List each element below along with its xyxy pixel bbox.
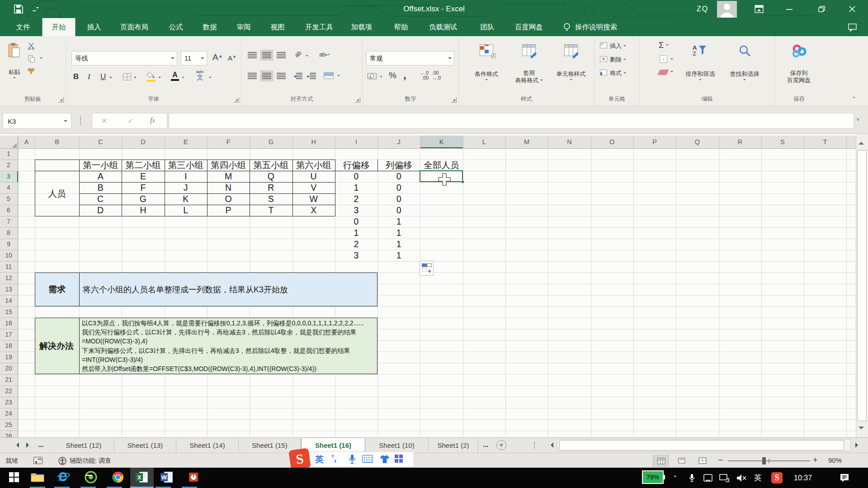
insert-cells-button[interactable]: 插入 xyxy=(610,42,626,50)
cell-I8[interactable]: 1 xyxy=(335,227,377,239)
cell-C6[interactable]: D xyxy=(79,205,122,216)
col-header-A[interactable]: A xyxy=(18,136,35,148)
font-color-button[interactable]: A xyxy=(171,71,179,81)
tray-volume-muted-icon[interactable] xyxy=(733,468,750,488)
ribbon-tab-13[interactable]: 百度网盘 xyxy=(515,18,543,36)
cancel-formula-icon[interactable]: ✕ xyxy=(101,117,107,125)
sort-filter-button[interactable]: A Z 排序和筛选 xyxy=(679,40,721,84)
cell-H2[interactable]: 第六小组 xyxy=(292,160,335,171)
copy-button[interactable] xyxy=(26,54,37,63)
col-header-J[interactable]: J xyxy=(377,136,420,148)
fill-dropdown[interactable] xyxy=(670,58,673,61)
powerpoint-taskbar-icon[interactable] xyxy=(183,468,203,487)
row-header-22[interactable]: 22 xyxy=(0,385,17,397)
save-to-baidu-button[interactable]: 保存到百度网盘 xyxy=(780,40,818,84)
col-header-M[interactable]: M xyxy=(505,136,548,148)
ribbon-tab-2[interactable]: 插入 xyxy=(87,18,101,36)
align-top-button[interactable] xyxy=(246,50,259,61)
row-header-17[interactable]: 17 xyxy=(0,329,17,340)
col-header-I[interactable]: I xyxy=(335,136,377,148)
decrease-decimal-button[interactable]: .00→.0 xyxy=(432,70,445,80)
start-button[interactable] xyxy=(4,468,24,487)
col-header-L[interactable]: L xyxy=(463,136,505,148)
cell-F2[interactable]: 第四小组 xyxy=(207,160,250,171)
cell-E6[interactable]: L xyxy=(165,205,207,216)
cell-J6[interactable]: 0 xyxy=(377,205,420,216)
user-initials[interactable]: ZQ xyxy=(697,0,708,18)
row-header-9[interactable]: 9 xyxy=(0,239,17,250)
align-right-button[interactable] xyxy=(275,70,288,81)
col-header-E[interactable]: E xyxy=(165,136,207,148)
row-header-5[interactable]: 5 xyxy=(0,193,17,205)
ribbon-tab-3[interactable]: 页面布局 xyxy=(120,18,148,36)
underline-button[interactable]: U xyxy=(100,72,106,81)
row-header-23[interactable]: 23 xyxy=(0,397,17,408)
tell-me-search[interactable]: 操作说明搜索 xyxy=(575,18,617,36)
cell-H4[interactable]: V xyxy=(292,182,335,193)
scroll-up-arrow[interactable] xyxy=(859,139,864,145)
macro-record-icon[interactable] xyxy=(33,457,42,464)
tray-display-icon[interactable] xyxy=(716,468,732,488)
row-header-15[interactable]: 15 xyxy=(0,306,17,318)
font-dialog-launcher[interactable] xyxy=(234,97,239,103)
italic-button[interactable]: I xyxy=(88,72,90,81)
cell-I10[interactable]: 3 xyxy=(335,250,377,261)
cell-I6[interactable]: 3 xyxy=(335,205,377,216)
cell-F5[interactable]: O xyxy=(207,193,250,205)
row-header-2[interactable]: 2 xyxy=(0,160,17,171)
col-header-S[interactable]: S xyxy=(761,136,804,148)
ribbon-display-options-button[interactable] xyxy=(746,0,772,18)
decrease-font-button[interactable]: A▼ xyxy=(228,54,236,62)
cell-J8[interactable]: 1 xyxy=(377,227,420,239)
font-size-combo[interactable]: 11 xyxy=(181,51,207,66)
format-painter-button[interactable] xyxy=(26,67,37,76)
row-header-14[interactable]: 14 xyxy=(0,295,17,306)
row-header-21[interactable]: 21 xyxy=(0,374,17,385)
view-normal-button[interactable] xyxy=(653,455,669,467)
view-page-layout-button[interactable] xyxy=(674,455,690,467)
cell-G4[interactable]: R xyxy=(250,182,292,193)
cell-J7[interactable]: 1 xyxy=(377,216,420,227)
cell-J2[interactable]: 列偏移 xyxy=(377,160,420,171)
battery-indicator[interactable]: 79% xyxy=(642,470,664,484)
align-middle-button[interactable] xyxy=(260,50,273,61)
bold-button[interactable]: B xyxy=(73,72,79,81)
hscroll-left-arrow[interactable] xyxy=(548,442,553,448)
alignment-dialog-launcher[interactable] xyxy=(355,97,360,103)
ime-toolbox-button[interactable] xyxy=(395,455,403,463)
col-header-F[interactable]: F xyxy=(207,136,250,148)
row-header-3[interactable]: 3 xyxy=(0,171,17,182)
cell-D3[interactable]: E xyxy=(122,171,164,182)
vertical-scrollbar[interactable] xyxy=(856,134,868,437)
ribbon-tab-12[interactable]: 团队 xyxy=(481,18,495,36)
cell-E4[interactable]: J xyxy=(165,182,207,193)
comma-style-button[interactable]: , xyxy=(403,69,406,81)
increase-font-button[interactable]: A▲ xyxy=(212,52,223,62)
increase-decimal-button[interactable]: ←.0.00 xyxy=(416,70,429,80)
enter-formula-icon[interactable]: ✓ xyxy=(127,117,133,125)
ribbon-tab-4[interactable]: 公式 xyxy=(169,18,183,36)
number-format-combo[interactable]: 常规 xyxy=(366,51,454,66)
cell-D2[interactable]: 第二小组 xyxy=(122,160,164,171)
new-sheet-button[interactable]: + xyxy=(496,440,506,450)
ribbon-tab-7[interactable]: 视图 xyxy=(271,18,285,36)
cell-I5[interactable]: 2 xyxy=(335,193,377,205)
sheet-tab-Sheet1-14-[interactable]: Sheet1 (14) xyxy=(176,438,239,453)
phonetic-guide-button[interactable]: wén文 xyxy=(196,70,204,81)
cell-H3[interactable]: U xyxy=(292,171,335,182)
tray-mic-icon[interactable] xyxy=(684,468,700,488)
hscroll-track[interactable] xyxy=(557,439,851,451)
cell-I7[interactable]: 0 xyxy=(335,216,377,227)
chrome-icon[interactable] xyxy=(108,468,128,487)
zoom-level[interactable]: 90% xyxy=(828,453,842,468)
ribbon-tab-8[interactable]: 开发工具 xyxy=(305,18,333,36)
cell-H6[interactable]: X xyxy=(292,205,335,216)
worksheet-grid[interactable]: ABCDEFGHIJKLMNOPQRST12345678910111213141… xyxy=(0,134,868,437)
col-header-G[interactable]: G xyxy=(250,136,292,148)
cell-F6[interactable]: P xyxy=(207,205,250,216)
cell-I4[interactable]: 1 xyxy=(335,182,377,193)
clear-dropdown[interactable] xyxy=(670,71,673,74)
increase-indent-button[interactable]: ▸ xyxy=(306,70,317,81)
borders-dropdown[interactable] xyxy=(134,77,137,80)
sheet-tab-Sheet1-13-[interactable]: Sheet1 (13) xyxy=(114,438,176,453)
